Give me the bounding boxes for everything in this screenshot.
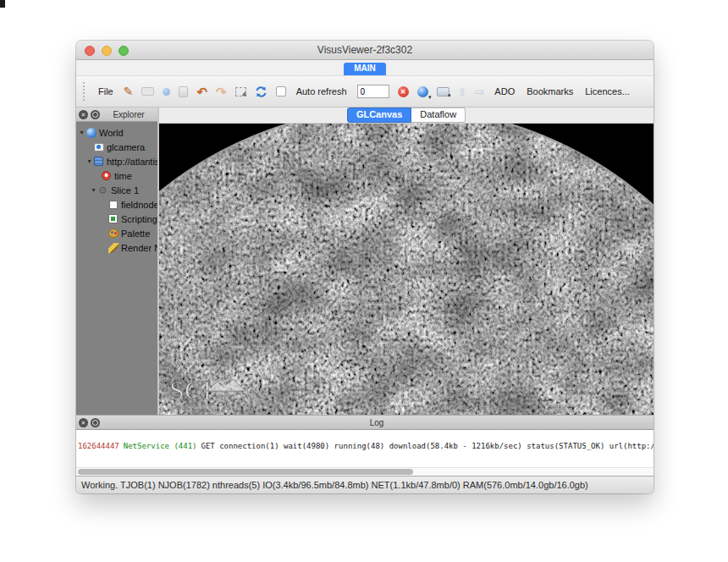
tree-item-label: Slice 1 — [111, 185, 139, 196]
log-panel-title: Log — [102, 418, 651, 427]
auto-refresh-label: Auto refresh — [295, 85, 349, 98]
scrollbar-thumb[interactable] — [78, 469, 413, 475]
svg-text:SCI: SCI — [169, 375, 212, 405]
explorer-panel-header: ✕ Explorer — [76, 107, 157, 122]
tab-main[interactable]: MAIN — [344, 63, 386, 75]
tree-item-scripting[interactable]: ▾ Scripting — [76, 212, 157, 226]
redo-icon[interactable]: ↷ — [216, 85, 227, 98]
tree-item-glcamera[interactable]: ▾ glcamera — [76, 140, 157, 154]
expand-caret-icon[interactable]: ▾ — [90, 186, 97, 194]
toolbar: File ✎ ↶ ↷ Auto refresh ✕ ⇧ ⇨ ADO Bookma… — [76, 76, 654, 107]
status-bar: Working. TJOB(1) NJOB(1782) nthreads(5) … — [76, 476, 654, 493]
toolbar-drag-handle[interactable] — [83, 82, 86, 101]
explorer-panel: ✕ Explorer ▾ World ▾ glcamera ▾ — [76, 107, 159, 415]
close-window-button[interactable] — [85, 46, 95, 56]
tree-item-label: Render N... — [121, 243, 157, 253]
expand-caret-icon[interactable]: ▾ — [85, 157, 93, 165]
auto-refresh-checkbox[interactable] — [276, 86, 286, 96]
paste-icon[interactable] — [179, 86, 188, 97]
select-region-icon[interactable] — [235, 87, 246, 96]
play-icon[interactable]: ⇨ — [475, 86, 484, 97]
visusviewer-window: VisusViewer-2f3c302 MAIN File ✎ ↶ ↷ Auto… — [76, 41, 654, 493]
scene-tree: ▾ World ▾ glcamera ▾ http://atlantis... … — [76, 122, 157, 415]
database-icon — [93, 156, 104, 167]
explorer-panel-title: Explorer — [102, 110, 155, 119]
log-panel: ✕ Log 162644447NetService (441)GET conne… — [76, 415, 654, 476]
ado-button[interactable]: ADO — [493, 85, 516, 98]
titlebar[interactable]: VisusViewer-2f3c302 — [76, 41, 654, 60]
image-corner-artifact — [0, 0, 5, 8]
bookmarks-button[interactable]: Bookmarks — [525, 85, 575, 98]
main-tab-bar: MAIN — [76, 60, 654, 76]
clock-icon — [101, 170, 112, 181]
tree-item-label: http://atlantis... — [107, 157, 157, 167]
tab-glcanvas[interactable]: GLCanvas — [347, 107, 411, 123]
tree-item-slice[interactable]: ▾ ⚙ Slice 1 — [76, 183, 157, 197]
log-lines: 162644447NetService (441)GET connection(… — [78, 430, 654, 467]
import-icon[interactable]: ⇧ — [458, 86, 467, 97]
tree-item-fieldnode[interactable]: ▾ fieldnode — [76, 197, 157, 212]
status-text: Working. TJOB(1) NJOB(1782) nthreads(5) … — [81, 480, 588, 490]
svg-text:www.sci.utah.edu: www.sci.utah.edu — [168, 402, 241, 412]
log-entry: 162644447NetService (441)GET connection(… — [78, 442, 654, 450]
tree-item-time[interactable]: ▾ time — [76, 168, 157, 183]
explorer-float-icon[interactable] — [91, 110, 100, 119]
camera-icon — [93, 141, 104, 152]
globe-icon — [85, 127, 97, 138]
gear-icon: ⚙ — [97, 185, 108, 196]
tree-item-label: Scripting — [121, 214, 157, 224]
fieldnode-icon — [108, 199, 119, 210]
tree-item-world[interactable]: ▾ World — [76, 125, 157, 140]
zoom-window-button[interactable] — [119, 46, 129, 56]
content-area: ✕ Explorer ▾ World ▾ glcamera ▾ — [76, 107, 654, 415]
undo-icon[interactable]: ↶ — [196, 85, 207, 98]
world-snapshot-icon[interactable] — [417, 86, 428, 97]
explorer-close-icon[interactable]: ✕ — [79, 110, 88, 119]
expand-caret-icon[interactable]: ▾ — [78, 129, 85, 136]
microscopy-sphere-image: SCI www.sci.utah.edu — [159, 124, 654, 415]
tree-item-label: glcamera — [107, 142, 145, 152]
edit-pencil-icon[interactable]: ✎ — [124, 85, 134, 97]
stop-icon[interactable]: ✕ — [398, 86, 409, 97]
licences-button[interactable]: Licences... — [583, 85, 631, 98]
viewer-tab-bar: GLCanvas Dataflow — [159, 107, 654, 124]
brush-icon — [108, 242, 119, 253]
traffic-lights — [85, 46, 129, 56]
tree-item-label: fieldnode — [121, 200, 157, 210]
window-title: VisusViewer-2f3c302 — [317, 44, 412, 56]
auto-refresh-input[interactable] — [357, 85, 389, 98]
tree-item-label: time — [114, 171, 132, 181]
record-dot-icon[interactable] — [163, 88, 170, 96]
palette-icon — [108, 228, 119, 239]
log-close-icon[interactable]: ✕ — [79, 418, 88, 427]
tree-item-render-node[interactable]: ▾ Render N... — [76, 240, 157, 255]
tab-dataflow[interactable]: Dataflow — [411, 107, 466, 123]
gl-viewport[interactable]: SCI www.sci.utah.edu — [159, 124, 654, 415]
textbox-icon[interactable] — [141, 87, 154, 96]
tree-item-label: Palette — [121, 229, 150, 239]
file-menu-button[interactable]: File — [97, 85, 115, 98]
scripting-icon — [108, 213, 119, 224]
screen-snapshot-icon[interactable] — [437, 87, 449, 96]
viewer-area: GLCanvas Dataflow — [159, 107, 654, 415]
minimize-window-button[interactable] — [102, 46, 112, 56]
refresh-icon[interactable] — [255, 85, 267, 98]
tree-item-label: World — [99, 128, 124, 138]
log-panel-header: ✕ Log — [76, 416, 654, 430]
log-horizontal-scrollbar[interactable] — [76, 467, 654, 476]
log-float-icon[interactable] — [91, 418, 100, 427]
tree-item-palette[interactable]: ▾ Palette — [76, 226, 157, 240]
log-output[interactable]: 162644447NetService (441)GET connection(… — [76, 430, 654, 467]
tree-item-dataset[interactable]: ▾ http://atlantis... — [76, 154, 157, 168]
